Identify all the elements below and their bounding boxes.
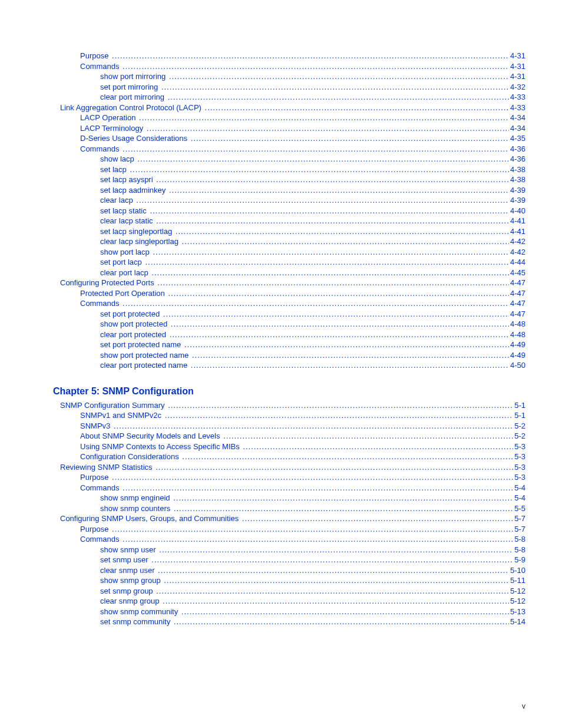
toc-link[interactable]: clear port mirroring bbox=[100, 92, 164, 103]
toc-link[interactable]: SNMP Configuration Summary bbox=[60, 400, 165, 411]
toc-leader-dots: ........................................… bbox=[150, 268, 509, 278]
toc-entry: set port mirroring .....................… bbox=[53, 82, 525, 93]
toc-link[interactable]: Using SNMP Contexts to Access Specific M… bbox=[80, 442, 240, 452]
toc-link[interactable]: set port lacp bbox=[100, 257, 142, 268]
toc-page-number: 5-8 bbox=[513, 545, 525, 555]
toc-link[interactable]: About SNMP Security Models and Levels bbox=[80, 431, 220, 442]
toc-leader-dots: ........................................… bbox=[121, 61, 509, 72]
toc-link[interactable]: LACP Operation bbox=[80, 113, 135, 123]
toc-link[interactable]: Reviewing SNMP Statistics bbox=[60, 462, 153, 473]
toc-link[interactable]: show snmp group bbox=[100, 575, 161, 586]
toc-leader-dots: ........................................… bbox=[136, 154, 509, 164]
toc-link[interactable]: Purpose bbox=[80, 51, 108, 61]
toc-link[interactable]: set lacp singleportlag bbox=[100, 226, 172, 237]
toc-page-number: 5-3 bbox=[513, 462, 525, 473]
toc-page-number: 5-12 bbox=[509, 596, 525, 607]
toc-link[interactable]: SNMPv1 and SNMPv2c bbox=[80, 410, 161, 421]
toc-page-number: 4-39 bbox=[509, 185, 525, 196]
toc-entry: clear port lacp ........................… bbox=[53, 268, 525, 278]
toc-link[interactable]: show lacp bbox=[100, 154, 134, 164]
toc-entry: show lacp ..............................… bbox=[53, 154, 525, 164]
toc-link[interactable]: Configuring SNMP Users, Groups, and Comm… bbox=[60, 513, 239, 524]
toc-entry: Commands ...............................… bbox=[53, 534, 525, 545]
toc-entry: show snmp engineid .....................… bbox=[53, 493, 525, 503]
toc-link[interactable]: Commands bbox=[80, 298, 119, 309]
toc-leader-dots: ........................................… bbox=[148, 206, 509, 216]
toc-leader-dots: ........................................… bbox=[204, 103, 509, 113]
toc-link[interactable]: Protected Port Operation bbox=[80, 288, 165, 299]
toc-link[interactable]: set port protected bbox=[100, 309, 160, 319]
toc-leader-dots: ........................................… bbox=[183, 340, 509, 350]
toc-link[interactable]: set lacp asyspri bbox=[100, 174, 153, 185]
toc-entry: SNMPv1 and SNMPv2c .....................… bbox=[53, 410, 525, 421]
toc-link[interactable]: Purpose bbox=[80, 472, 108, 483]
toc-link[interactable]: clear snmp group bbox=[100, 596, 159, 607]
toc-link[interactable]: show port protected bbox=[100, 319, 167, 330]
toc-entry: SNMP Configuration Summary .............… bbox=[53, 400, 525, 411]
toc-page-number: 5-3 bbox=[513, 452, 525, 462]
toc-page-number: 4-45 bbox=[509, 268, 525, 278]
toc-leader-dots: ........................................… bbox=[180, 607, 509, 617]
toc-link[interactable]: show snmp community bbox=[100, 607, 178, 617]
toc-page-number: 4-49 bbox=[509, 340, 525, 350]
toc-link[interactable]: set lacp static bbox=[100, 206, 147, 216]
toc-leader-dots: ........................................… bbox=[163, 575, 509, 586]
toc-page-number: 5-7 bbox=[513, 524, 525, 535]
toc-page-number: 5-2 bbox=[513, 431, 525, 442]
toc-link[interactable]: show port protected name bbox=[100, 350, 189, 361]
toc-link[interactable]: Configuring Protected Ports bbox=[60, 278, 154, 288]
toc-leader-dots: ........................................… bbox=[121, 298, 509, 309]
toc-link[interactable]: set snmp user bbox=[100, 555, 148, 565]
toc-link[interactable]: clear lacp singleportlag bbox=[100, 236, 178, 247]
toc-link[interactable]: clear port lacp bbox=[100, 268, 148, 278]
toc-link[interactable]: set snmp community bbox=[100, 617, 170, 627]
toc-page-number: 5-4 bbox=[513, 493, 525, 503]
toc-leader-dots: ........................................… bbox=[150, 555, 513, 565]
toc-link[interactable]: SNMPv3 bbox=[80, 421, 110, 431]
toc-entry: clear lacp singleportlag ...............… bbox=[53, 236, 525, 247]
toc-link[interactable]: set port protected name bbox=[100, 340, 181, 350]
toc-leader-dots: ........................................… bbox=[167, 92, 509, 103]
toc-link[interactable]: clear snmp user bbox=[100, 565, 154, 576]
toc-link[interactable]: show port mirroring bbox=[100, 71, 166, 82]
toc-link[interactable]: Commands bbox=[80, 144, 119, 154]
toc-leader-dots: ........................................… bbox=[190, 360, 509, 371]
toc-page-number: 4-31 bbox=[509, 71, 525, 82]
toc-link[interactable]: clear port protected name bbox=[100, 360, 187, 371]
toc-link[interactable]: set port mirroring bbox=[100, 82, 158, 93]
toc-leader-dots: ........................................… bbox=[154, 462, 513, 473]
toc-link[interactable]: show port lacp bbox=[100, 247, 150, 258]
toc-link[interactable]: clear port protected bbox=[100, 330, 166, 340]
toc-page-number: 5-9 bbox=[513, 555, 525, 565]
toc-link[interactable]: Purpose bbox=[80, 524, 108, 535]
toc-link[interactable]: set lacp bbox=[100, 164, 127, 175]
toc-page-number: 5-8 bbox=[513, 534, 525, 545]
toc-link[interactable]: clear lacp bbox=[100, 195, 133, 206]
toc-leader-dots: ........................................… bbox=[172, 493, 513, 503]
toc-link[interactable]: show snmp user bbox=[100, 545, 156, 555]
toc-page-number: 4-42 bbox=[509, 236, 525, 247]
toc-entry: Reviewing SNMP Statistics ..............… bbox=[53, 462, 525, 473]
toc-link[interactable]: clear lacp static bbox=[100, 216, 153, 226]
toc-link[interactable]: Commands bbox=[80, 483, 119, 493]
toc-link[interactable]: Configuration Considerations bbox=[80, 452, 179, 462]
toc-link[interactable]: D-Series Usage Considerations bbox=[80, 133, 187, 144]
toc-leader-dots: ........................................… bbox=[121, 483, 513, 493]
toc-leader-dots: ........................................… bbox=[160, 82, 509, 93]
toc-page-number: 5-13 bbox=[509, 607, 525, 617]
toc-link[interactable]: show snmp counters bbox=[100, 503, 170, 514]
toc-entry: Link Aggregation Control Protocol (LACP)… bbox=[53, 103, 525, 113]
toc-link[interactable]: set snmp group bbox=[100, 586, 153, 597]
toc-leader-dots: ........................................… bbox=[164, 410, 514, 421]
toc-page-number: 4-47 bbox=[509, 278, 525, 288]
toc-leader-dots: ........................................… bbox=[167, 288, 509, 299]
toc-link[interactable]: show snmp engineid bbox=[100, 493, 170, 503]
toc-leader-dots: ........................................… bbox=[241, 513, 513, 524]
toc-link[interactable]: Commands bbox=[80, 534, 119, 545]
toc-link[interactable]: Commands bbox=[80, 61, 119, 72]
toc-link[interactable]: set lacp aadminkey bbox=[100, 185, 166, 196]
toc-link[interactable]: LACP Terminology bbox=[80, 123, 143, 134]
toc-page-number: 5-14 bbox=[509, 617, 525, 627]
toc-entry: Purpose ................................… bbox=[53, 524, 525, 535]
toc-link[interactable]: Link Aggregation Control Protocol (LACP) bbox=[60, 103, 201, 113]
